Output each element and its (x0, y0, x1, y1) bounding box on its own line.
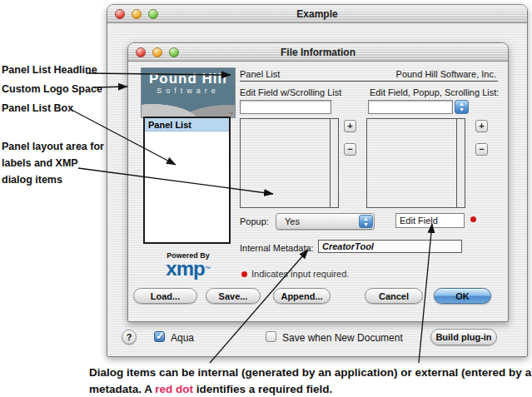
popup-stepper-icon: ▲ ▼ (359, 215, 373, 228)
required-dot-icon (470, 216, 476, 222)
cancel-button[interactable]: Cancel (365, 288, 423, 304)
edit-field-input[interactable] (395, 213, 465, 228)
combo-stepper-button[interactable]: ▲ ▼ (455, 100, 469, 114)
ok-button[interactable]: OK (434, 288, 491, 304)
save-button[interactable]: Save... (206, 288, 261, 304)
panel-list-box[interactable]: Panel List (143, 117, 231, 244)
logo-line2: Software (142, 87, 235, 95)
stepper-up-icon: ▲ (360, 216, 372, 221)
xmp-logo: Powered By xmp™ (141, 251, 236, 279)
example-window-titlebar[interactable]: Example (107, 5, 527, 23)
left-scrolling-list-scrollbar[interactable] (330, 119, 338, 207)
xmp-trademark: ™ (205, 265, 211, 271)
file-information-dialog: File Information Pound Hill Software ™ P… (127, 42, 509, 322)
left-scrolling-list[interactable] (240, 118, 339, 208)
right-remove-button[interactable]: − (475, 143, 488, 156)
panel-list-headline: Panel List (240, 69, 280, 79)
help-button[interactable]: ? (122, 330, 137, 345)
save-when-new-document-checkbox[interactable] (266, 331, 276, 342)
right-add-button[interactable]: + (475, 120, 488, 132)
left-remove-button[interactable]: − (344, 143, 356, 156)
required-note: Indicates input required. (251, 269, 349, 279)
append-button[interactable]: Append... (273, 288, 331, 304)
stepper-up-icon: ▲ (455, 101, 468, 107)
aqua-checkbox-label: Aqua (171, 332, 194, 344)
company-name: Pound Hill Software, Inc. (396, 69, 496, 79)
right-scrolling-list[interactable] (366, 118, 465, 208)
aqua-checkbox[interactable] (154, 331, 165, 342)
popup-value: Yes (285, 216, 300, 226)
annotation-panel-layout-line3: dialog items (2, 174, 62, 186)
dialog-titlebar[interactable]: File Information (128, 43, 508, 62)
dialog-title: File Information (128, 43, 508, 62)
headline-rule (240, 81, 498, 82)
caption-red-dot-text: red dot (155, 383, 193, 395)
window-title: Example (107, 5, 527, 23)
caption-line1: Dialog items can be internal (generated … (89, 366, 532, 379)
popup-label: Popup: (240, 216, 269, 226)
annotation-panel-list-headline: Panel List Headline (2, 64, 97, 76)
caption-line2: metadata. A red dot identifies a require… (89, 383, 332, 395)
screenshot-root: Example File Information Pound Hill Soft… (0, 0, 532, 397)
save-when-new-document-label: Save when New Document (282, 332, 403, 344)
edit-field-popup-scrolling-list-label: Edit Field, Popup, Scrolling List: (370, 87, 499, 97)
example-window: Example File Information Pound Hill Soft… (107, 4, 528, 357)
required-note-dot-icon (241, 271, 247, 277)
panel-list-selected-item[interactable]: Panel List (145, 118, 229, 132)
edit-field-scrolling-list-label: Edit Field w/Scrolling List (240, 87, 341, 97)
annotation-panel-list-box: Panel List Box (2, 102, 73, 114)
caption-line2-post: identifies a required field. (193, 383, 332, 395)
stepper-down-icon: ▼ (455, 107, 468, 112)
internal-metadata-field[interactable] (318, 240, 462, 253)
pound-hill-logo: Pound Hill Software ™ (141, 67, 236, 118)
stepper-down-icon: ▼ (360, 221, 372, 227)
annotation-panel-layout-line2: labels and XMP (2, 157, 78, 169)
dialog-content: Pound Hill Software ™ Panel List Pound H… (128, 62, 508, 322)
right-scrolling-list-scrollbar[interactable] (456, 119, 465, 207)
popup-menu[interactable]: Yes ▲ ▼ (276, 213, 375, 230)
edit-field-with-scrolling-list-input[interactable] (240, 100, 331, 114)
xmp-wordmark: xmp (166, 257, 204, 280)
build-plugin-button[interactable]: Build plug-in (430, 329, 497, 345)
caption-line2-pre: metadata. A (89, 383, 155, 395)
logo-line1: Pound Hill (142, 71, 235, 87)
edit-field-popup-scrolling-list-input[interactable] (368, 100, 453, 114)
annotation-panel-layout-line1: Panel layout area for (2, 141, 104, 152)
internal-metadata-label: Internal Metadata: (240, 243, 314, 253)
left-add-button[interactable]: + (344, 120, 356, 132)
annotation-custom-logo-space: Custom Logo Space (2, 83, 102, 95)
load-button[interactable]: Load... (133, 288, 197, 304)
